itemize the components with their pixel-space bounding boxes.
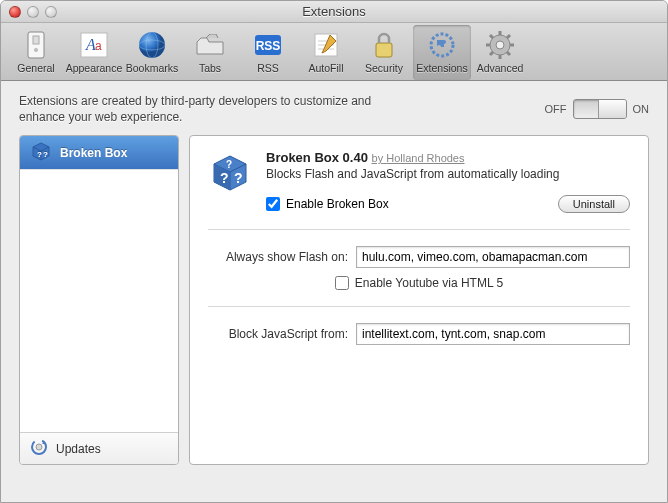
switch-on-label: ON	[633, 103, 650, 115]
toolbar-security[interactable]: Security	[355, 25, 413, 80]
svg-text:?: ?	[43, 150, 48, 159]
updates-icon	[30, 438, 48, 459]
svg-text:?: ?	[226, 159, 232, 170]
svg-line-23	[490, 35, 493, 38]
toolbar-general[interactable]: General	[7, 25, 65, 80]
svg-text:?: ?	[37, 150, 42, 159]
divider	[208, 306, 630, 307]
sidebar-updates[interactable]: Updates	[20, 432, 178, 464]
svg-text:a: a	[95, 39, 102, 53]
toolbar-label: Appearance	[66, 62, 123, 74]
flash-whitelist-input[interactable]	[356, 246, 630, 268]
enable-extension-checkbox[interactable]	[266, 197, 280, 211]
svg-point-30	[36, 444, 42, 450]
extensions-master-switch: OFF ON	[545, 99, 650, 119]
lock-icon	[368, 29, 400, 61]
extensions-description: Extensions are created by third-party de…	[19, 93, 419, 125]
globe-icon	[136, 29, 168, 61]
appearance-icon: Aa	[78, 29, 110, 61]
pencil-form-icon	[310, 29, 342, 61]
toolbar-label: Security	[365, 62, 403, 74]
gear-icon	[484, 29, 516, 61]
svg-rect-15	[376, 43, 392, 57]
svg-text:?: ?	[234, 170, 243, 186]
sidebar-spacer	[20, 170, 178, 432]
toolbar-label: Extensions	[416, 62, 467, 74]
toolbar-label: AutoFill	[308, 62, 343, 74]
svg-point-18	[496, 41, 504, 49]
svg-rect-1	[33, 36, 39, 44]
cube-question-icon: ??	[30, 140, 52, 165]
toolbar-appearance[interactable]: Aa Appearance	[65, 25, 123, 80]
updates-label: Updates	[56, 442, 101, 456]
preferences-window: Extensions General Aa Appearance Bookmar…	[0, 0, 668, 503]
extensions-sidebar: ?? Broken Box Updates	[19, 135, 179, 465]
enable-extension-label: Enable Broken Box	[286, 197, 389, 211]
extension-large-icon: ???	[208, 150, 252, 194]
svg-point-2	[34, 48, 38, 52]
toolbar-bookmarks[interactable]: Bookmarks	[123, 25, 181, 80]
toolbar-autofill[interactable]: AutoFill	[297, 25, 355, 80]
js-blocklist-label: Block JavaScript from:	[208, 327, 348, 341]
titlebar: Extensions	[1, 1, 667, 23]
master-toggle[interactable]	[573, 99, 627, 119]
toolbar-label: Tabs	[199, 62, 221, 74]
tabs-icon	[194, 29, 226, 61]
sidebar-item-broken-box[interactable]: ?? Broken Box	[20, 136, 178, 170]
toolbar-advanced[interactable]: Advanced	[471, 25, 529, 80]
extension-author-link[interactable]: Holland Rhodes	[386, 152, 464, 164]
svg-line-24	[507, 52, 510, 55]
extension-title-row: Broken Box 0.40 by Holland Rhodes	[266, 150, 630, 165]
toolbar-label: Advanced	[477, 62, 524, 74]
flash-whitelist-label: Always show Flash on:	[208, 250, 348, 264]
extension-version: 0.40	[343, 150, 368, 165]
extension-description: Blocks Flash and JavaScript from automat…	[266, 167, 630, 181]
youtube-html5-checkbox[interactable]	[335, 276, 349, 290]
svg-point-6	[139, 32, 165, 58]
window-title: Extensions	[1, 4, 667, 19]
author-prefix: by	[372, 152, 384, 164]
extension-detail-pane: ??? Broken Box 0.40 by Holland Rhodes Bl…	[189, 135, 649, 465]
toolbar-label: Bookmarks	[126, 62, 179, 74]
switch-icon	[20, 29, 52, 61]
preferences-toolbar: General Aa Appearance Bookmarks Tabs RSS…	[1, 23, 667, 81]
svg-text:?: ?	[220, 170, 229, 186]
toolbar-label: General	[17, 62, 54, 74]
svg-text:RSS: RSS	[256, 39, 281, 53]
extension-name: Broken Box	[266, 150, 339, 165]
content-area: Extensions are created by third-party de…	[1, 81, 667, 503]
toolbar-extensions[interactable]: Extensions	[413, 25, 471, 80]
toolbar-label: RSS	[257, 62, 279, 74]
svg-line-25	[490, 52, 493, 55]
js-blocklist-input[interactable]	[356, 323, 630, 345]
uninstall-button[interactable]: Uninstall	[558, 195, 630, 213]
youtube-html5-label: Enable Youtube via HTML 5	[355, 276, 503, 290]
sidebar-item-label: Broken Box	[60, 146, 127, 160]
puzzle-gear-icon	[426, 29, 458, 61]
toolbar-rss[interactable]: RSS RSS	[239, 25, 297, 80]
svg-line-26	[507, 35, 510, 38]
divider	[208, 229, 630, 230]
switch-off-label: OFF	[545, 103, 567, 115]
rss-icon: RSS	[252, 29, 284, 61]
toolbar-tabs[interactable]: Tabs	[181, 25, 239, 80]
